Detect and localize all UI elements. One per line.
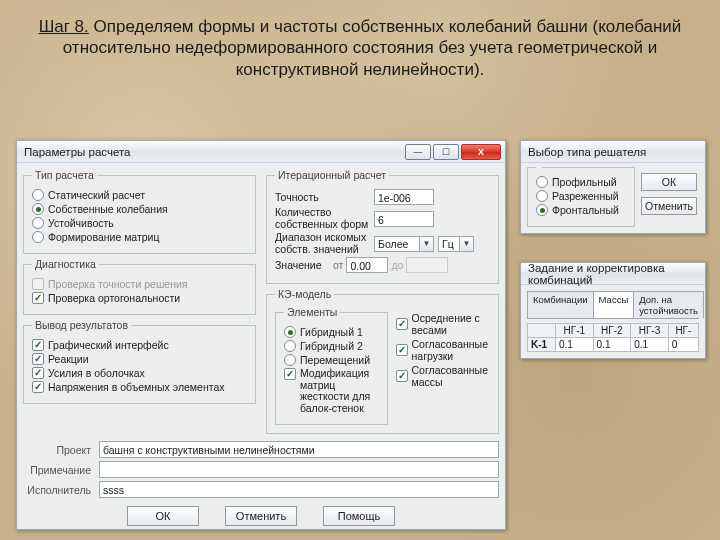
row-label: K-1 bbox=[528, 338, 556, 352]
note-label: Примечание bbox=[23, 464, 91, 476]
note-input[interactable] bbox=[99, 461, 499, 478]
radio-hyb2[interactable] bbox=[284, 340, 296, 352]
check-gui[interactable] bbox=[32, 339, 44, 351]
label-reactions: Реакции bbox=[48, 353, 89, 365]
from-label: от bbox=[333, 259, 343, 271]
label-static: Статический расчет bbox=[48, 189, 145, 201]
diagnostics-legend: Диагностика bbox=[32, 258, 99, 270]
chevron-down-icon: ▼ bbox=[460, 236, 474, 252]
tab-bar: Комбинации Массы Доп. на устойчивость bbox=[527, 291, 699, 319]
count-label: Количество собственных форм bbox=[275, 207, 370, 230]
calc-type-group: Тип расчета Статический расчет Собственн… bbox=[23, 169, 256, 254]
check-solid[interactable] bbox=[32, 381, 44, 393]
unit-value: Гц bbox=[438, 236, 460, 252]
radio-sparse[interactable] bbox=[536, 190, 548, 202]
parameters-window: Параметры расчета — ☐ X Тип расчета Стат… bbox=[16, 140, 506, 530]
table-row: K-1 0.1 0.1 0.1 0 bbox=[528, 338, 699, 352]
col-h2: НГ-2 bbox=[593, 324, 631, 338]
col-h3: НГ-3 bbox=[631, 324, 669, 338]
radio-profile[interactable] bbox=[536, 176, 548, 188]
cell[interactable]: 0 bbox=[668, 338, 698, 352]
solver-ok-button[interactable]: ОК bbox=[641, 173, 697, 191]
radio-hyb1[interactable] bbox=[284, 326, 296, 338]
label-profile: Профильный bbox=[552, 176, 617, 188]
value-label: Значение bbox=[275, 259, 330, 271]
slide-headline: Шаг 8. Определяем формы и частоты собств… bbox=[30, 16, 690, 80]
precision-input[interactable]: 1e-006 bbox=[374, 189, 434, 205]
minimize-icon: — bbox=[414, 147, 423, 157]
parameters-title: Параметры расчета bbox=[21, 146, 405, 158]
check-shell[interactable] bbox=[32, 367, 44, 379]
range-value: Более bbox=[374, 236, 420, 252]
check-modify[interactable] bbox=[284, 368, 296, 380]
check-mass[interactable] bbox=[396, 370, 408, 382]
close-icon: X bbox=[478, 147, 484, 157]
iteration-group: Итерационный расчет Точность 1e-006 Коли… bbox=[266, 169, 499, 284]
close-button[interactable]: X bbox=[461, 144, 501, 160]
cell[interactable]: 0.1 bbox=[556, 338, 594, 352]
col-h4: НГ- bbox=[668, 324, 698, 338]
radio-matrix[interactable] bbox=[32, 231, 44, 243]
check-ortho[interactable] bbox=[32, 292, 44, 304]
label-ortho: Проверка ортогональности bbox=[48, 292, 180, 304]
project-input[interactable]: башня с конструктивными нелинейностями bbox=[99, 441, 499, 458]
to-input bbox=[406, 257, 448, 273]
range-label: Диапазон искомых собств. значений bbox=[275, 232, 370, 255]
tab-combinations[interactable]: Комбинации bbox=[527, 291, 594, 318]
minimize-button[interactable]: — bbox=[405, 144, 431, 160]
solver-title: Выбор типа решателя bbox=[525, 146, 701, 158]
label-displ: Перемещений bbox=[300, 354, 370, 366]
unit-select[interactable]: Гц ▼ bbox=[438, 236, 474, 252]
solver-group: Профильный Разреженный Фронтальный bbox=[527, 167, 635, 227]
range-select[interactable]: Более ▼ bbox=[374, 236, 434, 252]
check-accuracy bbox=[32, 278, 44, 290]
check-reactions[interactable] bbox=[32, 353, 44, 365]
output-group: Вывод результатов Графический интерфейс … bbox=[23, 319, 256, 404]
corner-cell bbox=[528, 324, 556, 338]
count-input[interactable]: 6 bbox=[374, 211, 434, 227]
label-gui: Графический интерфейс bbox=[48, 339, 169, 351]
label-modify: Модификация матриц жесткости для балок-с… bbox=[300, 368, 379, 414]
ok-button[interactable]: ОК bbox=[127, 506, 199, 526]
solver-cancel-button[interactable]: Отменить bbox=[641, 197, 697, 215]
radio-static[interactable] bbox=[32, 189, 44, 201]
label-stability: Устойчивость bbox=[48, 217, 114, 229]
parameters-titlebar: Параметры расчета — ☐ X bbox=[17, 141, 505, 163]
cancel-button[interactable]: Отменить bbox=[225, 506, 297, 526]
check-loads[interactable] bbox=[396, 344, 408, 356]
label-accuracy: Проверка точности решения bbox=[48, 278, 188, 290]
radio-displ[interactable] bbox=[284, 354, 296, 366]
radio-stability[interactable] bbox=[32, 217, 44, 229]
output-legend: Вывод результатов bbox=[32, 319, 131, 331]
calc-type-legend: Тип расчета bbox=[32, 169, 97, 181]
solver-window: Выбор типа решателя Профильный Разреженн… bbox=[520, 140, 706, 234]
radio-eigen[interactable] bbox=[32, 203, 44, 215]
combinations-title: Задание и корректировка комбинаций bbox=[525, 262, 701, 286]
label-frontal: Фронтальный bbox=[552, 204, 619, 216]
headline-text: Определяем формы и частоты собственных к… bbox=[63, 17, 682, 79]
cell[interactable]: 0.1 bbox=[593, 338, 631, 352]
maximize-button[interactable]: ☐ bbox=[433, 144, 459, 160]
diagnostics-group: Диагностика Проверка точности решения Пр… bbox=[23, 258, 256, 315]
label-matrix: Формирование матриц bbox=[48, 231, 160, 243]
tab-stability-extra[interactable]: Доп. на устойчивость bbox=[633, 291, 704, 318]
label-shell: Усилия в оболочках bbox=[48, 367, 145, 379]
kemodel-legend: КЭ-модель bbox=[275, 288, 334, 300]
chevron-down-icon: ▼ bbox=[420, 236, 434, 252]
project-label: Проект bbox=[23, 444, 91, 456]
cell[interactable]: 0.1 bbox=[631, 338, 669, 352]
tab-masses[interactable]: Массы bbox=[593, 291, 635, 318]
label-mass: Согласованные массы bbox=[412, 364, 491, 388]
help-button[interactable]: Помощь bbox=[323, 506, 395, 526]
check-avg[interactable] bbox=[396, 318, 408, 330]
precision-label: Точность bbox=[275, 191, 370, 203]
combinations-titlebar: Задание и корректировка комбинаций bbox=[521, 263, 705, 285]
author-input[interactable]: ssss bbox=[99, 481, 499, 498]
radio-frontal[interactable] bbox=[536, 204, 548, 216]
label-sparse: Разреженный bbox=[552, 190, 619, 202]
combinations-window: Задание и корректировка комбинаций Комби… bbox=[520, 262, 706, 359]
label-eigen: Собственные колебания bbox=[48, 203, 168, 215]
kemodel-group: КЭ-модель Элементы Гибридный 1 Гибридный… bbox=[266, 288, 499, 434]
from-input[interactable]: 0.00 bbox=[346, 257, 388, 273]
elements-legend: Элементы bbox=[284, 306, 340, 318]
